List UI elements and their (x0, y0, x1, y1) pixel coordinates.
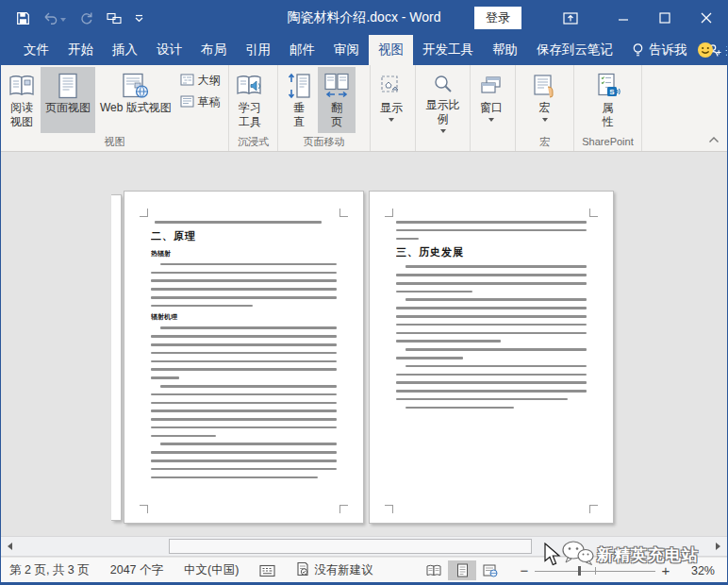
tab-view[interactable]: 视图 (369, 35, 413, 65)
word-count-status[interactable]: 2047 个字 (110, 562, 163, 578)
print-layout-button[interactable]: 页面视图 (41, 67, 95, 133)
doc-paragraph (396, 365, 587, 401)
ribbon-group-window: 窗口 (471, 65, 516, 151)
crop-mark-icon (339, 505, 348, 513)
draft-icon (180, 95, 194, 110)
save-icon[interactable] (16, 11, 30, 25)
ribbon-group-sharepoint: S 属 性 SharePoint (574, 65, 642, 151)
language-status[interactable]: 中文(中国) (184, 562, 239, 578)
redo-icon[interactable] (79, 11, 93, 25)
svg-text:S: S (609, 88, 615, 96)
tab-label: 插入 (112, 42, 138, 58)
zoom-menu-button[interactable]: 显示比例 (418, 67, 468, 133)
lightbulb-icon (632, 42, 644, 58)
crop-mark-icon (385, 505, 393, 513)
maximize-button[interactable] (644, 1, 686, 35)
crop-mark-icon (589, 209, 598, 217)
dropdown-arrow-icon (389, 118, 394, 122)
doc-paragraph (396, 407, 587, 410)
ribbon-display-options-icon[interactable] (550, 1, 591, 35)
minimize-button[interactable] (603, 1, 644, 35)
learning-tools-button[interactable]: 学习 工具 (231, 67, 269, 133)
tab-design[interactable]: 设计 (147, 35, 191, 65)
group-label-macros: 宏 (518, 134, 571, 151)
scroll-right-arrow-icon[interactable] (710, 539, 726, 554)
mouse-cursor-icon (544, 543, 562, 571)
page-1-edge (111, 194, 122, 521)
proofing-icon (296, 561, 309, 579)
macros-button[interactable]: 宏 (526, 67, 564, 133)
customize-qat-icon[interactable] (135, 12, 143, 24)
close-button[interactable] (686, 1, 727, 35)
tab-label: 审阅 (334, 42, 359, 58)
status-read-mode-button[interactable] (420, 560, 448, 580)
draft-view-button[interactable]: 草稿 (180, 94, 221, 110)
tab-help[interactable]: 帮助 (483, 35, 527, 65)
doc-paragraph (151, 221, 337, 224)
wechat-icon (559, 540, 595, 570)
page-2-content: 二、原理热辐射辐射机理 (151, 221, 337, 504)
doc-paragraph (396, 298, 587, 343)
learning-tools-icon (236, 71, 264, 101)
ribbon-group-show: 显示 (371, 65, 416, 151)
input-method-icon[interactable] (259, 564, 275, 577)
watermark: 新精英充电站 (559, 540, 699, 570)
group-label-views: 视图 (3, 134, 226, 151)
status-web-layout-button[interactable] (476, 560, 505, 580)
document-page-2: 二、原理热辐射辐射机理 (124, 191, 364, 524)
horizontal-scrollbar-thumb[interactable] (169, 539, 532, 554)
doc-paragraph (151, 326, 337, 378)
doc-heading: 三、历史发展 (396, 245, 587, 259)
side-to-side-button[interactable]: 翻 页 (318, 67, 356, 133)
web-layout-button[interactable]: Web 版式视图 (95, 67, 176, 133)
show-icon (380, 71, 403, 101)
tab-insert[interactable]: 插入 (103, 35, 147, 65)
tab-label: 文件 (24, 42, 49, 58)
print-layout-icon (57, 71, 79, 101)
tab-file[interactable]: 文件 (14, 35, 58, 65)
ribbon-group-views: 阅读 视图 页面视图 Web 版式视图 (1, 65, 229, 151)
tab-review[interactable]: 审阅 (324, 35, 369, 65)
document-page-3: 三、历史发展 (369, 191, 614, 524)
tab-home[interactable]: 开始 (58, 35, 103, 65)
tab-layout[interactable]: 布局 (191, 35, 236, 65)
vertical-button[interactable]: 垂 直 (280, 67, 318, 133)
properties-button[interactable]: S 属 性 (589, 67, 627, 133)
undo-icon[interactable] (43, 11, 66, 25)
group-label-sharepoint: SharePoint (576, 134, 639, 151)
crop-mark-icon (339, 209, 348, 217)
windows-icon (480, 71, 503, 101)
login-button[interactable]: 登录 (474, 7, 521, 29)
document-canvas: 二、原理热辐射辐射机理 三、历史发展 (1, 153, 727, 536)
tab-label: 邮件 (290, 42, 315, 58)
tab-references[interactable]: 引用 (236, 35, 280, 65)
collapse-ribbon-icon[interactable] (708, 130, 720, 147)
dropdown-arrow-icon (440, 129, 446, 133)
vertical-scroll-icon (287, 71, 311, 101)
scroll-left-arrow-icon[interactable] (2, 539, 18, 554)
proofing-status[interactable]: 没有新建议 (296, 561, 373, 579)
crop-mark-icon (385, 209, 393, 217)
tab-label: 告诉我 (649, 42, 687, 58)
status-print-layout-button[interactable] (448, 560, 476, 580)
feedback-smiley-icon[interactable] (697, 42, 714, 58)
outline-view-button[interactable]: 大纲 (180, 73, 221, 89)
doc-paragraph (396, 348, 587, 359)
zoom-out-button[interactable]: − (518, 562, 531, 578)
touch-mouse-mode-icon[interactable] (107, 11, 122, 25)
tab-mailings[interactable]: 邮件 (280, 35, 324, 65)
tab-label: 开始 (68, 42, 93, 58)
window-menu-button[interactable]: 窗口 (472, 67, 510, 133)
magnifier-icon (432, 71, 455, 98)
sharepoint-properties-icon: S (595, 71, 621, 101)
group-label-immersive: 沉浸式 (231, 134, 275, 151)
ribbon: 阅读 视图 页面视图 Web 版式视图 (1, 65, 727, 152)
tab-tell-me[interactable]: 告诉我 (622, 35, 697, 65)
title-bar: 陶瓷材料介绍.docx - Word 登录 (1, 1, 727, 35)
show-menu-button[interactable]: 显示 (372, 67, 410, 133)
read-mode-button[interactable]: 阅读 视图 (3, 67, 41, 133)
tab-save-to-cloud-notes[interactable]: 保存到云笔记 (527, 35, 622, 65)
page-number-status[interactable]: 第 2 页, 共 3 页 (9, 562, 90, 578)
ribbon-tabs: 文件开始插入设计布局引用邮件审阅视图开发工具帮助保存到云笔记告诉我共享 (1, 35, 727, 65)
tab-developer[interactable]: 开发工具 (413, 35, 483, 65)
